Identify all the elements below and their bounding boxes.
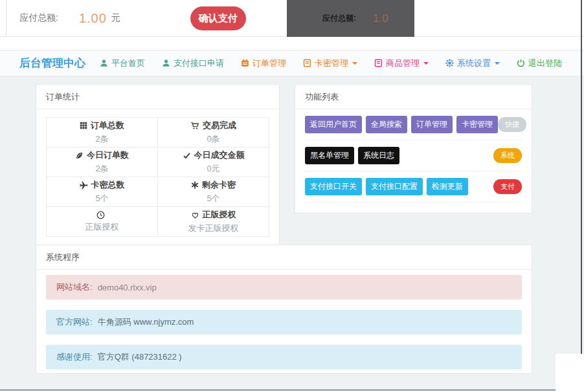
nav-item-product-management[interactable]: 商品管理	[374, 58, 429, 69]
payment-badge: 支付	[493, 179, 522, 194]
order-stats-panel: 订单统计 订单总数 2条 交易完成 0条	[36, 84, 280, 246]
function-row-payment: 支付接口开关 支付接口配置 检测更新 支付	[305, 171, 522, 202]
payment-overlay: 应付总额: 1.0	[287, 0, 414, 37]
nav-item-label: 商品管理	[386, 58, 420, 69]
stat-license: 正版授权	[47, 207, 158, 237]
calendar-icon	[241, 59, 249, 67]
alert-label: 感谢使用:	[56, 351, 93, 363]
nav-item-label: 退出登陆	[528, 58, 562, 69]
plane-icon	[80, 181, 88, 190]
site-domain-alert: 网站域名: demo40.rlxx.vip	[46, 275, 522, 299]
function-row-system: 黑名单管理 系统日志 系统	[305, 140, 522, 171]
system-info-title: 系统程序	[36, 245, 532, 270]
chevron-down-icon	[352, 62, 357, 65]
func-button-order-management[interactable]: 订单管理	[411, 116, 453, 133]
stat-card-remaining: 剩余卡密 5个	[158, 177, 269, 207]
nav-item-logout[interactable]: 退出登陆	[517, 58, 562, 69]
order-stats-table: 订单总数 2条 交易完成 0条 今日订单数 2条	[46, 117, 269, 237]
leaf-icon	[75, 151, 84, 160]
system-info-panel: 系统程序 网站域名: demo40.rlxx.vip 官方网站: 牛角源码 ww…	[36, 245, 532, 374]
func-button-pay-api-config[interactable]: 支付接口配置	[366, 178, 423, 195]
user-icon	[100, 59, 108, 67]
nav-item-payment-api-apply[interactable]: 支付接口申请	[162, 58, 224, 69]
alert-text: 官方Q群 (487231622 )	[98, 351, 182, 363]
nav-item-system-settings[interactable]: 系统设置	[445, 58, 500, 69]
grid-icon	[80, 122, 87, 129]
system-badge: 系统	[493, 148, 522, 163]
thanks-alert: 感谢使用: 官方Q群 (487231622 )	[46, 345, 522, 369]
logout-icon	[517, 59, 525, 67]
stat-today-amount: 今日成交金额 0元	[158, 147, 269, 177]
order-stats-title: 订单统计	[36, 85, 279, 109]
check-icon	[183, 151, 191, 160]
brand-title[interactable]: 后台管理中心	[19, 56, 85, 71]
stat-trade-complete: 交易完成 0条	[158, 118, 269, 147]
alert-label: 官方网站:	[56, 316, 93, 328]
confirm-pay-button[interactable]: 确认支付	[190, 6, 246, 30]
func-button-check-update[interactable]: 检测更新	[427, 178, 468, 195]
function-row-quick: 返回用户首页 全局搜索 订单管理 卡密管理 快捷	[305, 109, 522, 140]
nav-menu: 平台首页 支付接口申请 订单管理 卡密管理 商品管理	[100, 58, 562, 69]
official-site-alert: 官方网站: 牛角源码 www.njymz.com	[46, 310, 522, 334]
clock-icon	[96, 211, 105, 219]
func-button-pay-api-switch[interactable]: 支付接口开关	[305, 178, 362, 195]
nav-item-platform-home[interactable]: 平台首页	[100, 58, 145, 69]
nav-item-order-management[interactable]: 订单管理	[241, 58, 286, 69]
book-icon	[374, 59, 383, 67]
overlay-payment-label: 应付总额:	[322, 13, 356, 24]
book-icon	[303, 59, 311, 67]
nav-item-label: 系统设置	[457, 58, 491, 69]
nav-item-label: 平台首页	[111, 58, 145, 69]
nav-item-label: 订单管理	[253, 58, 286, 69]
window-right-edge	[581, 0, 582, 354]
chevron-down-icon	[495, 62, 500, 65]
stat-order-total: 订单总数 2条	[47, 118, 158, 147]
user-icon	[162, 59, 170, 67]
window-left-edge	[6, 0, 6, 36]
heart-icon	[191, 211, 199, 219]
func-button-blacklist[interactable]: 黑名单管理	[305, 147, 354, 164]
navbar: 后台管理中心 平台首页 支付接口申请 订单管理 卡密管理 商品管理	[0, 50, 584, 76]
chevron-down-icon	[423, 62, 429, 65]
window-bottom-border	[0, 389, 584, 391]
nav-item-card-management[interactable]: 卡密管理	[303, 58, 357, 69]
func-button-system-log[interactable]: 系统日志	[358, 147, 399, 164]
stat-card-total: 卡密总数 5个	[47, 177, 158, 207]
corner-overlay	[556, 354, 584, 392]
screen: 应付总额: 1.00 元 确认支付 应付总额: 1.0 后台管理中心 平台首页 …	[0, 0, 584, 392]
gear-icon	[445, 59, 454, 67]
cart-icon	[190, 122, 199, 130]
payment-amount: 1.00	[79, 11, 107, 26]
stat-license-issuer: 正版授权 发卡正版授权	[158, 207, 269, 237]
payment-total-label: 应付总额:	[19, 12, 58, 24]
nav-item-label: 卡密管理	[315, 58, 348, 69]
alert-text: 牛角源码 www.njymz.com	[98, 316, 194, 328]
func-button-card-management[interactable]: 卡密管理	[456, 116, 498, 133]
main-content: 订单统计 订单总数 2条 交易完成 0条	[0, 76, 584, 389]
func-button-global-search[interactable]: 全局搜索	[366, 116, 407, 133]
stat-today-orders: 今日订单数 2条	[47, 147, 158, 177]
function-list-title: 功能列表	[295, 85, 532, 109]
asterisk-icon	[191, 181, 199, 189]
quick-badge: 快捷	[498, 117, 526, 132]
payment-bar: 应付总额: 1.00 元 确认支付 应付总额: 1.0	[0, 0, 584, 37]
function-list-panel: 功能列表 返回用户首页 全局搜索 订单管理 卡密管理 快捷 黑名单管理 系统日志	[295, 84, 532, 213]
alert-label: 网站域名:	[56, 281, 93, 293]
nav-item-label: 支付接口申请	[174, 58, 224, 69]
func-button-user-home[interactable]: 返回用户首页	[305, 116, 362, 133]
payment-unit: 元	[111, 12, 120, 24]
overlay-payment-amount: 1.0	[373, 12, 388, 25]
alert-text: demo40.rlxx.vip	[98, 283, 157, 292]
